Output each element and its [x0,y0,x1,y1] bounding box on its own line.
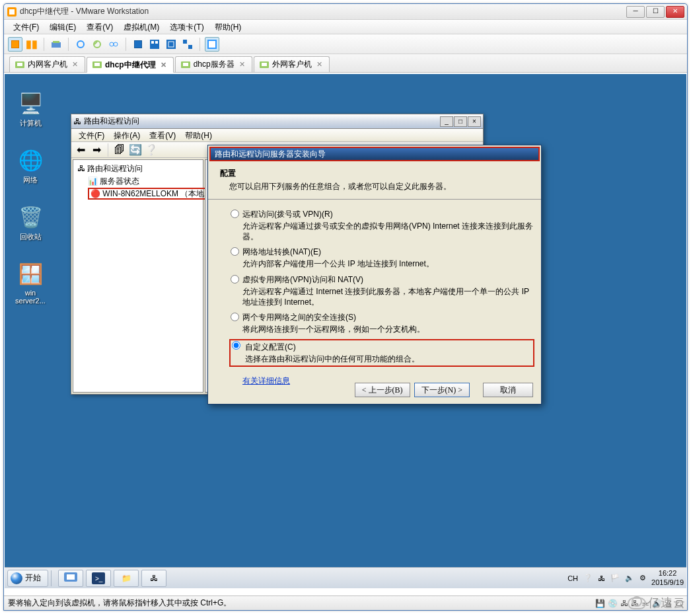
tb-power-on[interactable] [8,37,22,52]
vmware-statusbar: 要将输入定向到该虚拟机，请将鼠标指针移入其中或按 Ctrl+G。 💾 💿 🖧 🖧… [4,596,687,610]
taskbar-explorer[interactable]: 📁 [114,570,139,587]
tray-network-icon[interactable]: 🖧 [598,574,605,582]
menu-view[interactable]: 查看(V) [81,20,118,34]
vmware-close-button[interactable]: ✕ [666,6,684,18]
computer-icon: 🖥️ [15,90,46,116]
svg-rect-10 [155,41,158,44]
mmc-menubar: 文件(F) 操作(A) 查看(V) 帮助(H) [71,129,483,142]
tree-server-local[interactable]: 🔴 WIN-8N62MELLOKM （本地） [87,188,200,200]
tb-snapshot-manager[interactable] [106,37,121,52]
svg-rect-18 [17,63,22,66]
tb-snapshot-take[interactable] [73,37,88,52]
mmc-refresh-button[interactable]: 🔄 [128,143,143,157]
tab-close-icon[interactable]: ✕ [238,60,246,69]
mmc-tree[interactable]: 🖧 路由和远程访问 📊 服务器状态 🔴 WIN-8N62MELLOKM （本地） [73,159,203,393]
svg-rect-11 [166,40,176,49]
system-tray: CH ❔ 🖧 🏳️ 🔈 ⚙ 16:222015/9/19 [567,569,684,586]
svg-rect-22 [183,63,188,66]
menu-vm[interactable]: 虚拟机(M) [118,20,164,34]
tb-fullscreen[interactable] [164,37,178,52]
wizard-back-button[interactable]: < 上一步(B) [355,383,410,397]
guest-taskbar: 开始 >_ 📁 🖧 CH ❔ 🖧 🏳️ 🔈 ⚙ 16:222015/9/19 [5,567,686,588]
desktop-icon-winserver[interactable]: 🪟win server2... [10,260,51,305]
mmc-titlebar[interactable]: 🖧 路由和远程访问 _ □ × [71,114,483,129]
tab-close-icon[interactable]: ✕ [159,61,168,69]
wizard-more-link[interactable]: 有关详细信息 [242,375,290,387]
wizard-next-button[interactable]: 下一步(N) > [414,383,470,397]
svg-rect-1 [9,9,15,15]
taskbar-rras[interactable]: 🖧 [141,570,166,587]
mmc-minimize-button[interactable]: _ [440,116,453,127]
tray-help-icon[interactable]: ❔ [583,574,593,582]
mmc-properties-button[interactable]: 🗐 [112,143,127,157]
radio-remote[interactable] [231,210,239,218]
vm-tab-2[interactable]: dhcp服务器✕ [175,56,252,72]
vmware-titlebar: dhcp中继代理 - VMware Workstation ─ ☐ ✕ [4,4,687,20]
svg-rect-9 [151,41,154,44]
taskbar-server-manager[interactable] [58,570,83,587]
svg-rect-24 [262,63,267,66]
menu-help[interactable]: 帮助(H) [209,20,247,34]
menu-edit[interactable]: 编辑(E) [44,20,81,34]
tb-pause[interactable]: ▮▮ [24,37,39,52]
vmware-maximize-button[interactable]: ☐ [646,6,665,18]
tb-stretch[interactable] [205,37,219,52]
wizard-option-custom[interactable]: 自定义配置(C) 选择在路由和远程访问中的任何可用功能的组合。 [229,339,534,367]
tb-snapshot-revert[interactable] [90,37,104,52]
mmc-menu-view[interactable]: 查看(V) [145,129,180,141]
vm-tab-1[interactable]: dhcp中继代理✕ [87,57,174,73]
tab-close-icon[interactable]: ✕ [71,60,79,69]
mmc-maximize-button[interactable]: □ [454,116,467,127]
mmc-menu-help[interactable]: 帮助(H) [180,129,217,141]
mmc-close-button[interactable]: × [468,116,481,127]
tray-device-icon[interactable]: ⚙ [639,574,646,582]
wizard-option-secure[interactable]: 两个专用网络之间的安全连接(S) 将此网络连接到一个远程网络，例如一个分支机构。 [242,312,534,334]
mmc-help-button[interactable]: ❔ [144,143,159,157]
mmc-back-button[interactable]: ⬅ [73,143,88,157]
menu-file[interactable]: 文件(F) [8,20,44,34]
mmc-menu-action[interactable]: 操作(A) [109,129,145,141]
taskbar-powershell[interactable]: >_ [86,570,111,587]
wizard-option-nat[interactable]: 网络地址转换(NAT)(E) 允许内部客户端使用一个公共 IP 地址连接到 In… [242,247,534,269]
tray-clock[interactable]: 16:222015/9/19 [651,569,684,586]
svg-point-4 [77,41,84,48]
tree-root[interactable]: 🖧 路由和远程访问 [76,163,200,175]
tb-library[interactable] [49,37,63,52]
mmc-menu-file[interactable]: 文件(F) [74,129,109,141]
wizard-dialog: 路由和远程访问服务器安装向导 配置 您可以启用下列服务的任意组合，或者您可以自定… [207,145,542,404]
wizard-option-remote[interactable]: 远程访问(拨号或 VPN)(R) 允许远程客户端通过拨号或安全的虚拟专用网络(V… [242,209,534,242]
vm-icon [260,60,269,69]
wizard-cancel-button[interactable]: 取消 [483,383,533,397]
vmware-minimize-button[interactable]: ─ [626,6,645,18]
svg-rect-26 [67,574,75,580]
vmware-icon [7,7,17,17]
tb-view-thumbnail[interactable] [147,37,162,52]
guest-desktop[interactable]: 🖥️计算机 🌐网络 🗑️回收站 🪟win server2... 🖧 路由和远程访… [5,74,686,588]
tree-server-status[interactable]: 📊 服务器状态 [87,175,200,188]
dev-cd-icon[interactable]: 💿 [608,599,618,608]
tray-sound-icon[interactable]: 🔈 [625,574,634,582]
start-button[interactable]: 开始 [7,570,48,587]
radio-vpnnat[interactable] [231,275,239,284]
tb-view-console[interactable] [131,37,145,52]
lang-indicator[interactable]: CH [567,574,578,582]
tray-flag-icon[interactable]: 🏳️ [610,574,620,582]
windows-icon: 🪟 [15,260,46,287]
mmc-forward-button[interactable]: ➡ [89,143,104,157]
tab-close-icon[interactable]: ✕ [315,60,324,69]
tb-unity[interactable] [180,37,195,52]
desktop-icon-recycle[interactable]: 🗑️回收站 [10,204,51,242]
svg-point-6 [110,42,114,46]
vm-tab-3[interactable]: 外网客户机✕ [254,56,330,72]
radio-custom[interactable] [232,341,240,350]
radio-secure[interactable] [231,313,239,321]
vm-tab-0[interactable]: 内网客户机✕ [9,56,85,72]
dev-hdd-icon[interactable]: 💾 [595,599,605,608]
wizard-option-vpnnat[interactable]: 虚拟专用网络(VPN)访问和 NAT(V) 允许远程客户端通过 Internet… [242,274,534,307]
radio-nat[interactable] [231,247,239,256]
desktop-icon-computer[interactable]: 🖥️计算机 [10,90,51,128]
svg-point-7 [114,42,118,46]
desktop-icon-network[interactable]: 🌐网络 [10,147,51,185]
svg-rect-3 [53,41,59,43]
menu-tabs[interactable]: 选项卡(T) [164,20,209,34]
